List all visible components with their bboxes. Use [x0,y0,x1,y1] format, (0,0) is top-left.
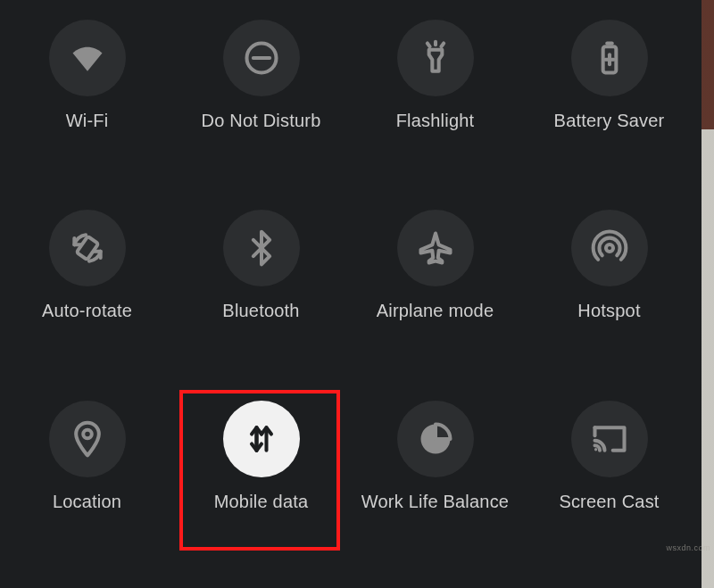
tile-label: Bluetooth [222,301,299,321]
tile-label: Screen Cast [559,492,659,512]
work-life-icon [397,401,474,477]
svg-line-4 [441,44,444,47]
hotspot-icon [571,210,648,286]
watermark: wsxdn.com [666,543,710,552]
tile-label: Hotspot [577,301,640,321]
battery-saver-icon [571,20,648,96]
tile-label: Auto-rotate [42,301,132,321]
tile-auto-rotate[interactable]: Auto-rotate [0,197,174,387]
svg-line-3 [427,44,429,47]
tile-flashlight[interactable]: Flashlight [348,7,522,197]
mobile-data-icon [223,401,300,477]
dnd-icon [223,20,300,96]
tile-label: Work Life Balance [361,492,509,512]
tile-location[interactable]: Location [0,388,174,578]
tile-airplane[interactable]: Airplane mode [348,197,522,387]
svg-rect-9 [76,236,98,260]
tile-wifi[interactable]: Wi-Fi [0,7,174,197]
airplane-icon [397,210,474,286]
page-edge [702,0,714,588]
quick-settings-panel: Wi-Fi Do Not Disturb Flashlight [0,0,696,588]
flashlight-icon [397,20,474,96]
tile-label: Mobile data [214,492,309,512]
tile-label: Flashlight [396,111,475,131]
wifi-icon [49,20,126,96]
svg-point-10 [605,244,612,252]
tile-hotspot[interactable]: Hotspot [522,197,696,387]
svg-point-15 [594,448,596,451]
tile-mobile-data[interactable]: Mobile data [174,388,348,578]
tile-battery-saver[interactable]: Battery Saver [522,7,696,197]
tile-work-life[interactable]: Work Life Balance [348,388,522,578]
tile-label: Location [53,492,121,512]
tile-label: Do Not Disturb [202,111,321,131]
auto-rotate-icon [49,210,126,286]
svg-point-11 [83,429,92,438]
screen-cast-icon [571,401,648,477]
tile-label: Battery Saver [554,111,665,131]
tile-label: Wi-Fi [66,111,109,131]
tile-bluetooth[interactable]: Bluetooth [174,197,348,387]
tile-dnd[interactable]: Do Not Disturb [174,7,348,197]
quick-settings-grid: Wi-Fi Do Not Disturb Flashlight [0,7,696,578]
location-icon [49,401,126,477]
tile-label: Airplane mode [377,301,494,321]
bluetooth-icon [223,210,300,286]
